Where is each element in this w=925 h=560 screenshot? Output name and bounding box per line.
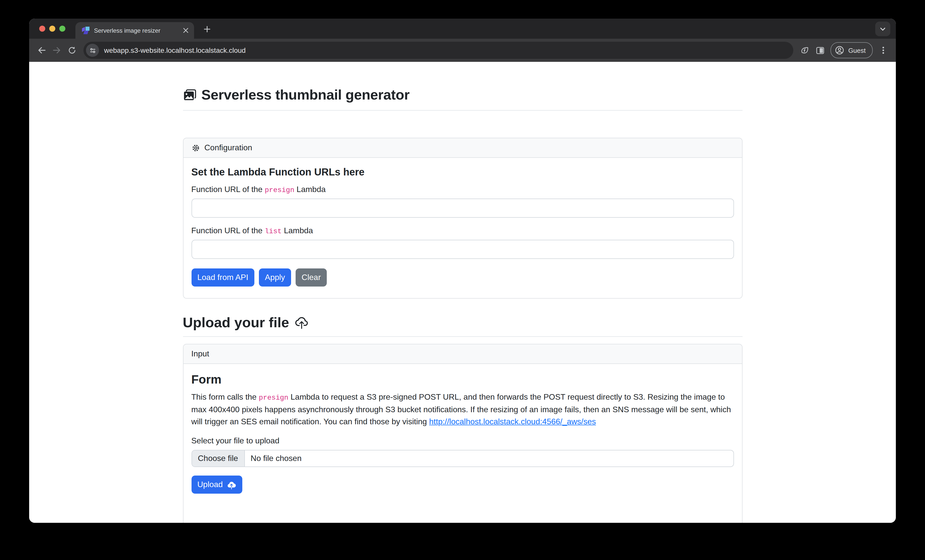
new-tab-button[interactable] [201,23,213,35]
guest-avatar-icon [835,45,845,55]
upload-button[interactable]: Upload [191,476,242,494]
presign-code: presign [265,186,294,194]
page-header: Serverless thumbnail generator [183,87,742,103]
configuration-card-header: Configuration [183,138,742,158]
divider [183,110,742,111]
back-icon[interactable] [34,43,49,58]
tab-title: Serverless image resizer [94,27,181,34]
tab-search-button[interactable] [875,22,890,36]
profile-button[interactable]: Guest [831,42,873,58]
form-heading: Form [191,372,734,387]
tab-strip: Serverless image resizer [29,19,896,39]
minimize-window-button[interactable] [49,26,55,32]
browser-toolbar: webapp.s3-website.localhost.localstack.c… [29,39,896,62]
energy-saver-icon[interactable] [798,43,813,58]
url-text: webapp.s3-website.localhost.localstack.c… [104,46,246,54]
gear-icon [191,143,200,152]
presign-url-label: Function URL of the presign Lambda [191,185,734,194]
page-title: Serverless thumbnail generator [201,87,410,103]
configuration-card: Configuration Set the Lambda Function UR… [183,138,742,299]
input-card: Input Form This form calls the presign L… [183,344,742,523]
divider [183,336,742,337]
upload-button-label: Upload [197,479,223,491]
load-from-api-button[interactable]: Load from API [191,268,255,286]
address-bar[interactable]: webapp.s3-website.localhost.localstack.c… [83,42,794,59]
side-panel-icon[interactable] [813,43,828,58]
cloud-upload-fill-icon [227,480,236,489]
input-card-title: Input [191,349,209,358]
input-card-header: Input [183,344,742,364]
configuration-heading: Set the Lambda Function URLs here [191,166,734,178]
presign-url-input[interactable] [191,199,734,218]
file-select-label: Select your file to upload [191,437,734,446]
zoom-window-button[interactable] [59,26,65,32]
images-icon [183,88,196,102]
forward-icon[interactable] [49,43,64,58]
ses-link[interactable]: http://localhost.localstack.cloud:4566/_… [429,417,596,426]
browser-menu-icon[interactable] [876,43,891,58]
cloud-upload-icon [294,315,309,330]
reload-icon[interactable] [64,43,80,58]
upload-heading-text: Upload your file [183,315,289,331]
choose-file-button[interactable]: Choose file [192,450,244,467]
file-input[interactable]: Choose file No file chosen [191,450,734,467]
close-window-button[interactable] [39,26,45,32]
traffic-lights [39,26,65,32]
tab-close-icon[interactable] [181,26,190,35]
browser-tab[interactable]: Serverless image resizer [75,22,194,39]
site-favicon [82,26,90,35]
list-code: list [265,227,282,235]
apply-button[interactable]: Apply [259,268,291,286]
browser-window: Serverless image resizer [29,19,896,523]
form-description: This form calls the presign Lambda to re… [191,391,734,428]
presign-code: presign [259,394,289,402]
file-chosen-status: No file chosen [244,450,308,467]
list-url-input[interactable] [191,240,734,259]
profile-label: Guest [848,47,866,54]
list-url-label: Function URL of the list Lambda [191,226,734,235]
configuration-card-title: Configuration [204,143,252,152]
upload-section-header: Upload your file [183,315,742,331]
clear-button[interactable]: Clear [295,268,327,286]
site-settings-icon[interactable] [86,44,99,57]
page-viewport: Serverless thumbnail generator Configura… [29,62,896,523]
